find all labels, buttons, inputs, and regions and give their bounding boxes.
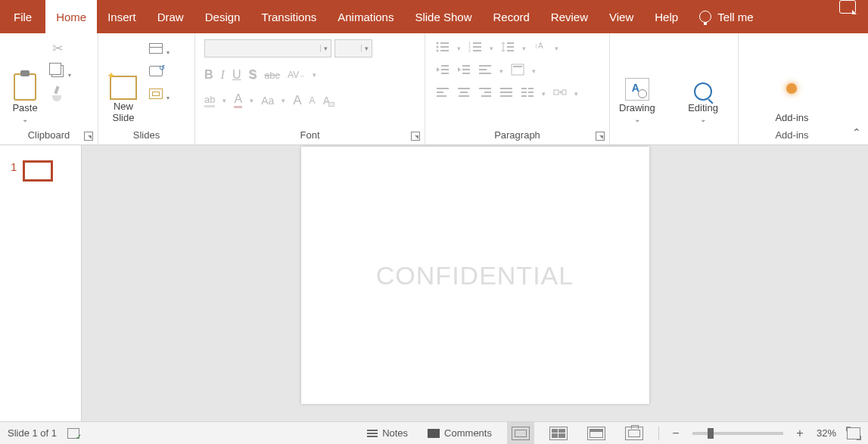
zoom-in-button[interactable]: + — [794, 427, 806, 440]
zoom-out-button[interactable]: − — [670, 427, 682, 440]
slide-count[interactable]: Slide 1 of 1 — [8, 427, 57, 439]
zoom-slider-thumb[interactable] — [708, 428, 714, 439]
svg-rect-31 — [460, 92, 468, 93]
clear-formatting-button[interactable]: A — [323, 95, 330, 107]
new-slide-label: New Slide — [113, 101, 135, 123]
tab-help[interactable]: Help — [644, 0, 689, 33]
grow-font-button[interactable]: A — [293, 93, 301, 108]
tab-transitions[interactable]: Transitions — [250, 0, 327, 33]
align-right-button[interactable] — [478, 86, 492, 101]
slide-1[interactable]: CONFIDENTIAL — [301, 147, 649, 404]
align-center-button[interactable] — [457, 86, 471, 101]
drawing-button[interactable]: Drawing ⌄ — [614, 36, 660, 126]
clipboard-group-label: Clipboard — [28, 129, 70, 141]
line-spacing-button[interactable] — [501, 41, 515, 56]
font-color-button[interactable]: A — [234, 92, 242, 108]
normal-view-button[interactable] — [507, 422, 534, 444]
tab-record[interactable]: Record — [482, 0, 540, 33]
comments-button[interactable]: Comments — [423, 422, 496, 444]
clipboard-launcher[interactable] — [84, 132, 93, 141]
fit-to-window-button[interactable] — [847, 427, 860, 439]
notes-icon — [367, 433, 378, 434]
collapse-ribbon-button[interactable]: ⌃ — [845, 33, 868, 144]
decrease-indent-button[interactable] — [436, 64, 450, 79]
tab-insert[interactable]: Insert — [97, 0, 147, 33]
shrink-font-button[interactable]: A — [310, 95, 316, 106]
reading-view-button[interactable] — [583, 422, 610, 444]
section-icon — [149, 88, 163, 99]
char-spacing-button[interactable]: AV↔ — [288, 70, 305, 80]
slideshow-view-icon — [625, 427, 643, 440]
highlight-button[interactable]: ab — [204, 94, 215, 107]
svg-rect-28 — [437, 92, 443, 93]
notes-button[interactable]: Notes — [362, 422, 412, 444]
thumbnail-pane[interactable]: 1 — [0, 145, 82, 421]
text-direction-button[interactable]: ↕A — [534, 41, 547, 56]
strikethrough-button[interactable]: abc — [264, 70, 280, 81]
smartart-button[interactable] — [553, 86, 567, 101]
tab-home[interactable]: Home — [45, 0, 97, 33]
svg-rect-43 — [521, 95, 527, 97]
svg-rect-3 — [440, 46, 449, 48]
align-text-button[interactable] — [511, 64, 524, 79]
share-icon[interactable] — [839, 0, 856, 14]
justify-button[interactable] — [499, 86, 513, 101]
svg-rect-45 — [554, 90, 558, 95]
tab-slideshow[interactable]: Slide Show — [404, 0, 482, 33]
sorter-view-button[interactable] — [545, 422, 572, 444]
new-slide-button[interactable]: New Slide — [103, 36, 144, 126]
svg-rect-30 — [458, 88, 470, 89]
editing-button[interactable]: Editing ⌄ — [683, 36, 723, 126]
cut-button[interactable]: ✂ — [48, 39, 67, 57]
addins-button[interactable]: Add-ins — [770, 36, 813, 126]
group-drawing: Drawing ⌄ — [610, 33, 678, 144]
align-left2-button[interactable] — [436, 86, 450, 101]
addins-group-label: Add-ins — [775, 129, 808, 141]
find-icon — [694, 82, 712, 101]
italic-button[interactable]: I — [221, 68, 225, 82]
svg-rect-18 — [441, 73, 449, 74]
tab-design[interactable]: Design — [194, 0, 251, 33]
spellcheck-icon[interactable] — [67, 428, 79, 439]
drawing-label: Drawing — [619, 102, 655, 113]
drawing-icon — [625, 78, 649, 101]
tab-review[interactable]: Review — [540, 0, 599, 33]
increase-indent-button[interactable] — [457, 64, 471, 79]
group-font: ▾ ▾ B I U S abc AV↔ ▾ ab▾ A▾ Aa▾ A A A F… — [195, 33, 425, 144]
paragraph-launcher[interactable] — [596, 132, 605, 141]
group-slides: New Slide Slides — [98, 33, 195, 144]
section-button[interactable] — [147, 85, 165, 103]
reset-button[interactable] — [147, 62, 165, 80]
tab-view[interactable]: View — [599, 0, 644, 33]
notes-label: Notes — [382, 427, 408, 439]
underline-button[interactable]: U — [232, 68, 241, 82]
thumbnail-1[interactable]: 1 — [11, 160, 81, 182]
columns-button[interactable] — [521, 86, 534, 101]
tab-draw[interactable]: Draw — [147, 0, 194, 33]
group-addins: Add-ins Add-ins — [739, 33, 845, 144]
numbering-button[interactable]: 123 — [468, 41, 482, 56]
copy-button[interactable] — [48, 62, 67, 80]
bullets-button[interactable] — [436, 41, 450, 56]
font-size-combo[interactable]: ▾ — [334, 39, 372, 57]
text-shadow-button[interactable]: S — [248, 68, 257, 82]
zoom-level[interactable]: 32% — [817, 427, 836, 439]
slideshow-view-button[interactable] — [621, 422, 648, 444]
normal-view-icon — [512, 427, 530, 440]
zoom-slider[interactable] — [692, 432, 783, 435]
thumbnail-1-preview[interactable] — [23, 160, 53, 182]
svg-rect-39 — [521, 88, 527, 89]
tab-animations[interactable]: Animations — [327, 0, 404, 33]
slide-canvas-area[interactable]: CONFIDENTIAL — [82, 145, 868, 421]
layout-button[interactable] — [147, 39, 165, 57]
font-launcher[interactable] — [411, 132, 420, 141]
paste-button[interactable]: Paste ⌄ — [5, 36, 45, 126]
tell-me-search[interactable]: Tell me — [689, 0, 764, 33]
format-painter-button[interactable] — [48, 85, 67, 103]
tab-file[interactable]: File — [0, 0, 45, 33]
font-family-combo[interactable]: ▾ — [204, 39, 331, 57]
bold-button[interactable]: B — [204, 68, 213, 82]
align-left-button[interactable] — [478, 64, 492, 79]
svg-rect-42 — [528, 92, 534, 93]
change-case-button[interactable]: Aa — [261, 95, 274, 107]
